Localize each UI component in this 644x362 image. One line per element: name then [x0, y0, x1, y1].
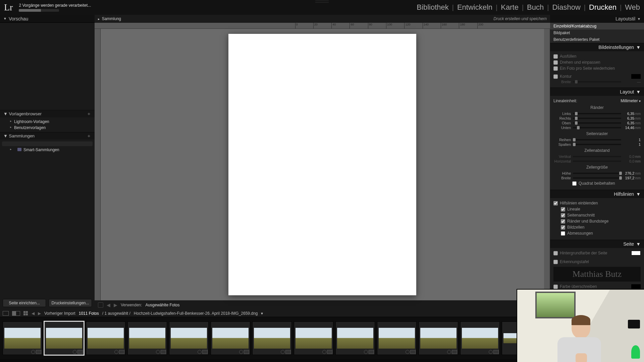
templates-lightroom[interactable]: Lightroom-Vorlagen: [0, 119, 95, 125]
webcam-overlay: [517, 289, 644, 362]
app-top-bar: Lr 2 Vorgänge werden gerade verarbeitet.…: [0, 0, 644, 15]
use-dropdown[interactable]: Ausgewählte Fotos: [145, 303, 179, 307]
page-setup-button[interactable]: Seite einrichten...: [3, 299, 46, 307]
templates-tree: Lightroom-Vorlagen Benutzervorlagen: [0, 117, 95, 132]
main-display-icon[interactable]: [3, 311, 9, 316]
module-slideshow[interactable]: Diashow: [552, 3, 580, 12]
ruler-units-dropdown[interactable]: Millimeter ▾: [621, 99, 641, 103]
module-map[interactable]: Karte: [501, 3, 519, 12]
thumbnail[interactable]: [127, 321, 167, 355]
next-page-icon[interactable]: ▶: [114, 302, 117, 308]
chk-g-dims[interactable]: Abmessungen: [561, 230, 641, 236]
module-library[interactable]: Bibliothek: [417, 3, 448, 12]
thumbnail[interactable]: [460, 321, 500, 355]
print-settings-button[interactable]: Druckeinstellungen...: [49, 299, 92, 307]
fs-path[interactable]: Hochzeit-Ludwigshafen-Full-Benkesser-26.…: [134, 311, 258, 316]
toolbar-toggle[interactable]: [98, 302, 103, 308]
style-package[interactable]: Bildpaket: [550, 29, 644, 36]
identity-plate[interactable]: Matthias Butz: [553, 267, 641, 282]
layout-style-list: Einzelbild/Kontaktabzug Bildpaket Benutz…: [550, 23, 644, 43]
page-header[interactable]: Seite▼: [550, 240, 644, 248]
layout-style-header[interactable]: Layoutstil▼: [550, 15, 644, 23]
templates-header[interactable]: ▼ Vorlagenbrowser ＋: [0, 110, 95, 117]
rows-slider[interactable]: Reihen1: [553, 137, 641, 142]
chk-bg-color[interactable]: Hintergrundfarbe der Seite: [553, 250, 641, 256]
spacing-v-slider[interactable]: Vertikal0,0mm: [553, 154, 641, 159]
add-template-icon[interactable]: ＋: [87, 111, 91, 117]
margin-right-slider[interactable]: Rechts6,35mm: [553, 116, 641, 121]
module-book[interactable]: Buch: [527, 3, 544, 12]
disclosure-icon: ▼: [3, 17, 7, 20]
preview-header[interactable]: ▼ Vorschau: [0, 15, 95, 23]
use-label: Verwenden:: [121, 303, 142, 307]
thumbnail[interactable]: [294, 321, 333, 355]
chk-g-margins[interactable]: Ränder und Bundstege: [561, 218, 641, 224]
thumbnail[interactable]: [252, 321, 292, 355]
cell-h-slider[interactable]: Höhe276,2mm: [553, 171, 641, 176]
cols-slider[interactable]: Spalten1: [553, 142, 641, 147]
grid-view-icon[interactable]: [23, 311, 28, 316]
chk-show-guides[interactable]: Hilfslinien einblenden: [553, 200, 641, 206]
margin-top-slider[interactable]: Oben6,35mm: [553, 121, 641, 125]
thumbnail[interactable]: [86, 321, 125, 355]
chk-rotate-fit[interactable]: Drehen und einpassen: [553, 59, 641, 65]
thumbnail[interactable]: [419, 321, 458, 355]
layout-header[interactable]: Layout▼: [550, 88, 644, 96]
cell-w-slider[interactable]: Breite197,2mm: [553, 176, 641, 180]
thumbnail[interactable]: [211, 321, 250, 355]
thumbnail[interactable]: [169, 321, 209, 355]
center-header: ▸ Sammlung Druck erstellen und speichern: [95, 15, 550, 23]
top-grip[interactable]: [315, 1, 329, 3]
collections-filter-input[interactable]: [2, 141, 93, 146]
thumbnail[interactable]: [335, 321, 375, 355]
smart-collections-item[interactable]: Smart-Sammlungen: [0, 147, 95, 153]
thumbnail[interactable]: [44, 321, 84, 355]
task-progress: 2 Vorgänge werden gerade verarbeitet...: [19, 3, 91, 12]
bg-color-swatch[interactable]: [631, 251, 641, 255]
thumbnail[interactable]: [3, 321, 42, 355]
style-single[interactable]: Einzelbild/Kontaktabzug: [550, 23, 644, 29]
chk-g-rulers[interactable]: Lineale: [561, 206, 641, 212]
margin-bottom-slider[interactable]: Unten14,46mm: [553, 125, 641, 130]
module-print[interactable]: Drucken: [589, 3, 616, 12]
chk-stroke[interactable]: Kontur: [553, 73, 641, 79]
image-settings-header[interactable]: Bildeinstellungen▼: [550, 43, 644, 51]
module-develop[interactable]: Entwickeln: [457, 3, 492, 12]
guides-header[interactable]: Hilfslinien▼: [550, 190, 644, 198]
cellsize-subhead: Zellengröße: [553, 164, 641, 171]
spacing-h-slider[interactable]: Horizontal0,0mm: [553, 159, 641, 164]
fs-path-caret-icon[interactable]: ▾: [261, 311, 263, 316]
print-canvas[interactable]: [101, 29, 544, 300]
chk-identity[interactable]: Erkennungstafel: [553, 259, 641, 265]
style-custom[interactable]: Benutzerdefiniertes Paket: [550, 36, 644, 43]
chk-zoom-fill[interactable]: Ausfüllen: [553, 53, 641, 59]
thumbnail[interactable]: [377, 321, 417, 355]
print-page[interactable]: [228, 34, 416, 295]
prev-page-icon[interactable]: ◀: [107, 302, 110, 308]
collections-header[interactable]: ▼ Sammlungen ＋: [0, 132, 95, 139]
chk-keep-square[interactable]: Quadrat beibehalten: [553, 180, 641, 186]
collection-caret-icon[interactable]: ▸: [98, 17, 100, 21]
stroke-color-swatch[interactable]: [631, 74, 641, 79]
override-color-swatch[interactable]: [631, 284, 641, 289]
grid-subhead: Seitenraster: [553, 130, 641, 137]
app-logo: Lr: [4, 2, 13, 13]
right-panel: Layoutstil▼ Einzelbild/Kontaktabzug Bild…: [550, 15, 644, 310]
create-print-button[interactable]: Druck erstellen und speichern: [493, 16, 547, 21]
chk-repeat[interactable]: Ein Foto pro Seite wiederholen: [553, 65, 641, 71]
fs-selected: / 1 ausgewählt /: [102, 311, 130, 316]
module-picker: Bibliothek| Entwickeln| Karte| Buch| Dia…: [417, 3, 640, 12]
stroke-width-slider[interactable]: Breite—: [553, 79, 641, 84]
chk-g-cells[interactable]: Bildzellen: [561, 224, 641, 230]
nav-fwd-icon[interactable]: ▶: [38, 311, 41, 316]
fs-source[interactable]: Vorheriger Import: [44, 311, 75, 316]
chk-g-bleed[interactable]: Seitenanschnitt: [561, 212, 641, 218]
ruler-horizontal: 0 20 40 60 80 100 120 140 160 180 200: [95, 23, 550, 29]
task-text: 2 Vorgänge werden gerade verarbeitet...: [19, 3, 91, 8]
nav-back-icon[interactable]: ◀: [32, 311, 35, 316]
module-web[interactable]: Web: [625, 3, 640, 12]
templates-user[interactable]: Benutzervorlagen: [0, 125, 95, 131]
margin-left-slider[interactable]: Links6,35mm: [553, 111, 641, 116]
add-collection-icon[interactable]: ＋: [87, 133, 91, 139]
second-display-icon[interactable]: [12, 311, 20, 316]
